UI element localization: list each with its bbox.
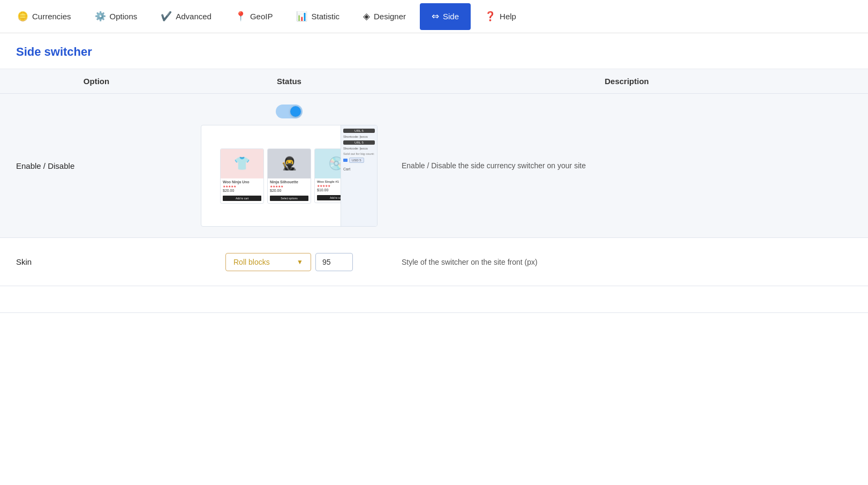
designer-icon: ◈ bbox=[363, 11, 370, 22]
nav-help[interactable]: ❓ Help bbox=[473, 0, 528, 33]
chevron-down-icon: ▼ bbox=[297, 258, 303, 266]
nav-advanced[interactable]: ✔️ Advanced bbox=[149, 0, 223, 33]
stars-1: ★★★★★ bbox=[223, 184, 261, 188]
option-skin: Skin bbox=[0, 257, 193, 266]
table-row: Enable / Disable 👕 Woo Ninja Uno ★★★★★ $ bbox=[0, 94, 868, 238]
preview-image: 👕 Woo Ninja Uno ★★★★★ $20.00 Add to cart… bbox=[201, 125, 378, 227]
sidebar-currency-tag: USD 5 bbox=[349, 158, 364, 163]
status-skin: Roll blocks ▼ 95 bbox=[193, 253, 386, 271]
sidebar-url-tag: URL 5 bbox=[343, 129, 375, 133]
price-2: $20.00 bbox=[270, 189, 308, 192]
table-header: Option Status Description bbox=[0, 69, 868, 94]
toggle-thumb bbox=[290, 106, 301, 117]
product-card-1: 👕 Woo Ninja Uno ★★★★★ $20.00 Add to cart bbox=[220, 148, 264, 204]
col-header-description: Description bbox=[386, 77, 868, 86]
statistic-icon: 📊 bbox=[296, 11, 307, 22]
nav-geoip[interactable]: 📍 GeoIP bbox=[223, 0, 285, 33]
col-header-status: Status bbox=[193, 77, 386, 86]
sidebar-soldout: Sold out for big count: bbox=[343, 152, 375, 155]
product-body-2: Ninja Silhouette ★★★★★ $20.00 bbox=[268, 178, 311, 194]
sidebar-cart-label: Cart bbox=[343, 167, 375, 171]
advanced-icon: ✔️ bbox=[161, 11, 172, 22]
col-header-option: Option bbox=[0, 77, 193, 86]
price-1: $20.00 bbox=[223, 189, 261, 192]
sidebar-shortcode-2: Shortcode: [wccs bbox=[343, 147, 375, 150]
page-title: Side switcher bbox=[16, 45, 852, 59]
product-image-1: 👕 bbox=[221, 149, 263, 178]
status-enable-disable: 👕 Woo Ninja Uno ★★★★★ $20.00 Add to cart… bbox=[193, 105, 386, 227]
geoip-icon: 📍 bbox=[235, 11, 246, 22]
product-card-2: 🥷 Ninja Silhouette ★★★★★ $20.00 Select o… bbox=[267, 148, 311, 204]
help-icon: ❓ bbox=[485, 11, 496, 22]
options-icon: ⚙️ bbox=[95, 11, 106, 22]
nav-designer[interactable]: ◈ Designer bbox=[351, 0, 418, 33]
flag-icon bbox=[343, 159, 348, 162]
sidebar-preview: URL 5 Shortcode: [wccs URL 5 Shortcode: … bbox=[341, 125, 377, 226]
skin-row: Skin Roll blocks ▼ 95 Style of the switc… bbox=[0, 238, 868, 286]
skin-select-dropdown[interactable]: Roll blocks ▼ bbox=[225, 253, 311, 271]
page-title-bar: Side switcher bbox=[0, 33, 868, 69]
nav-currencies[interactable]: 🪙 Currencies bbox=[5, 0, 83, 33]
nav-statistic[interactable]: 📊 Statistic bbox=[284, 0, 351, 33]
select-options-2[interactable]: Select options bbox=[270, 196, 308, 201]
option-enable-disable: Enable / Disable bbox=[0, 161, 193, 170]
description-skin: Style of the switcher on the site front … bbox=[386, 258, 868, 266]
currencies-icon: 🪙 bbox=[17, 11, 28, 22]
stars-2: ★★★★★ bbox=[270, 184, 308, 188]
enable-disable-toggle[interactable] bbox=[276, 105, 303, 118]
product-body-1: Woo Ninja Uno ★★★★★ $20.00 bbox=[221, 178, 263, 194]
top-navigation: 🪙 Currencies ⚙️ Options ✔️ Advanced 📍 Ge… bbox=[0, 0, 868, 33]
skin-controls: Roll blocks ▼ 95 bbox=[220, 253, 358, 271]
skin-number-input[interactable]: 95 bbox=[315, 253, 353, 271]
add-to-cart-1[interactable]: Add to cart bbox=[223, 196, 261, 201]
sidebar-shortcode-1: Shortcode: [wccs bbox=[343, 135, 375, 138]
nav-options[interactable]: ⚙️ Options bbox=[83, 0, 149, 33]
sidebar-url-tag-2: URL 5 bbox=[343, 140, 375, 145]
sidebar-flag-row: USD 5 bbox=[343, 158, 375, 163]
empty-row bbox=[0, 286, 868, 313]
product-image-2: 🥷 bbox=[268, 149, 311, 178]
skin-select-value: Roll blocks bbox=[233, 258, 270, 266]
nav-side[interactable]: ⇔ Side bbox=[420, 3, 471, 30]
toggle-wrap: 👕 Woo Ninja Uno ★★★★★ $20.00 Add to cart… bbox=[201, 105, 378, 227]
side-icon: ⇔ bbox=[432, 11, 439, 22]
description-enable-disable: Enable / Disable the side currency switc… bbox=[386, 161, 868, 170]
